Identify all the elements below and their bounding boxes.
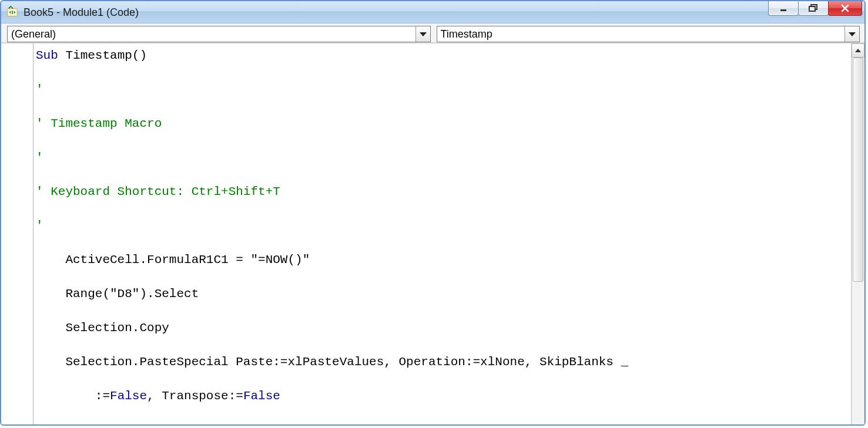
code-segment: False — [110, 389, 147, 403]
code-line: ' Timestamp Macro — [36, 115, 849, 132]
code-segment: Selection.Copy — [36, 321, 169, 335]
code-line: Application.CutCopyMode = False — [36, 422, 849, 426]
code-segment: False — [243, 389, 280, 403]
code-segment: False — [258, 423, 295, 426]
code-segment: ActiveCell.FormulaR1C1 = "=NOW()" — [36, 253, 310, 267]
selector-row: (General) Timestamp — [1, 23, 864, 43]
vscroll-thumb[interactable] — [853, 58, 863, 282]
procedure-combo[interactable]: Timestamp — [437, 26, 860, 42]
code-line: :=False, Transpose:=False — [36, 387, 849, 405]
code-segment: ' — [36, 219, 43, 232]
minimize-button[interactable] — [768, 1, 799, 16]
code-segment: ' — [36, 83, 43, 96]
close-button[interactable] — [828, 1, 862, 16]
window-controls — [769, 1, 862, 23]
svg-rect-4 — [809, 6, 815, 11]
vscroll-track[interactable] — [852, 58, 864, 426]
vertical-scrollbar[interactable] — [851, 43, 864, 426]
chevron-down-icon[interactable] — [415, 26, 430, 42]
object-combo[interactable]: (General) — [7, 26, 431, 42]
code-segment: ' Timestamp Macro — [36, 117, 162, 130]
code-segment: ' — [36, 151, 43, 164]
code-line: ' — [36, 217, 849, 234]
code-segment: := — [36, 389, 110, 403]
svg-rect-3 — [811, 5, 817, 9]
code-line: Range("D8").Select — [36, 285, 849, 302]
code-segment: ' Keyboard Shortcut: Ctrl+Shift+T — [36, 185, 280, 198]
scroll-up-icon[interactable] — [852, 43, 864, 58]
titlebar: Book5 - Module1 (Code) — [1, 1, 864, 23]
chevron-down-icon[interactable] — [844, 26, 859, 42]
code-line: Sub Timestamp() — [36, 47, 849, 64]
code-editor[interactable]: Sub Timestamp() ' ' Timestamp Macro ' ' … — [33, 43, 851, 426]
code-line: ' Keyboard Shortcut: Ctrl+Shift+T — [36, 183, 849, 200]
code-line: Selection.PasteSpecial Paste:=xlPasteVal… — [36, 353, 849, 370]
code-line: ' — [36, 81, 849, 98]
code-segment: , Transpose:= — [147, 389, 243, 403]
object-combo-value: (General) — [11, 28, 56, 41]
restore-button[interactable] — [798, 1, 829, 16]
code-line: ' — [36, 149, 849, 166]
code-line: ActiveCell.FormulaR1C1 = "=NOW()" — [36, 251, 849, 268]
code-line: Selection.Copy — [36, 319, 849, 336]
code-segment: Selection.PasteSpecial Paste:=xlPasteVal… — [36, 355, 628, 369]
svg-rect-1 — [12, 11, 13, 14]
module-icon — [6, 6, 19, 19]
svg-rect-2 — [780, 9, 786, 11]
window-title: Book5 - Module1 (Code) — [24, 1, 769, 23]
code-segment: Range("D8").Select — [36, 287, 199, 301]
code-window: Book5 - Module1 (Code) (General) — [0, 0, 866, 426]
code-segment: Application.CutCopyMode = — [36, 423, 258, 426]
code-segment: Timestamp() — [65, 49, 147, 62]
procedure-combo-value: Timestamp — [441, 28, 492, 41]
code-segment: Sub — [36, 49, 65, 62]
client-area: Sub Timestamp() ' ' Timestamp Macro ' ' … — [1, 43, 864, 426]
margin-gutter — [1, 43, 33, 426]
